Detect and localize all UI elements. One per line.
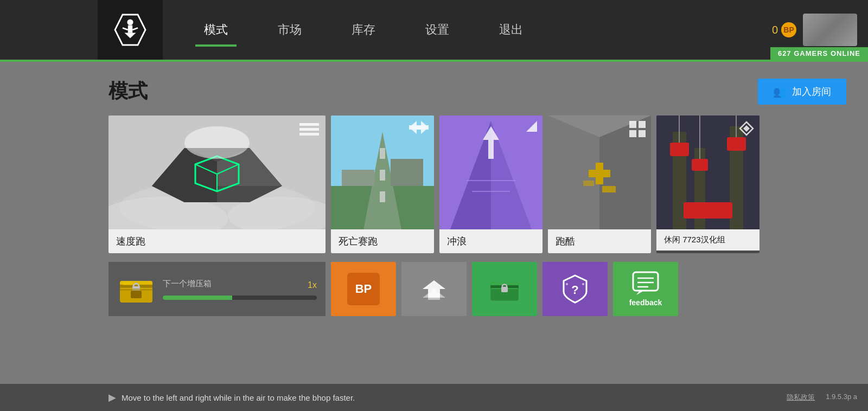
svg-text:?: ? bbox=[571, 283, 578, 297]
status-tip: Move to the left and right while in the … bbox=[122, 393, 787, 402]
case-button[interactable] bbox=[472, 262, 537, 316]
svg-rect-42 bbox=[596, 163, 603, 184]
svg-rect-44 bbox=[583, 181, 594, 186]
idle-label: 休闲 7723汉化组 bbox=[656, 229, 760, 251]
nav-menu: 模式 市场 库存 设置 退出 bbox=[195, 17, 772, 42]
nav-item-exit[interactable]: 退出 bbox=[490, 17, 532, 42]
main-content: 模式 👥 加入房间 bbox=[0, 62, 868, 411]
svg-rect-27 bbox=[380, 170, 385, 181]
join-room-label: 加入房间 bbox=[792, 85, 831, 98]
join-room-button[interactable]: 👥 加入房间 bbox=[758, 79, 846, 105]
svg-rect-56 bbox=[684, 202, 732, 219]
svg-rect-68 bbox=[131, 291, 142, 298]
svg-rect-19 bbox=[299, 128, 319, 131]
section-title: 模式 bbox=[108, 78, 148, 105]
feedback-icon bbox=[632, 271, 659, 295]
svg-marker-30 bbox=[409, 121, 429, 134]
bhop-mode-icon bbox=[629, 121, 646, 140]
privacy-policy-link[interactable]: 隐私政策 bbox=[787, 393, 815, 402]
status-bar: ▶ Move to the left and right while in th… bbox=[0, 384, 868, 411]
nav-item-settings[interactable]: 设置 bbox=[417, 17, 458, 42]
speedrun-mode-icon bbox=[298, 121, 320, 140]
coin-display: 0 BP bbox=[772, 22, 796, 37]
progress-count: 1x bbox=[308, 280, 317, 290]
svg-rect-43 bbox=[602, 186, 616, 192]
svg-rect-25 bbox=[391, 159, 423, 186]
bottom-strip: 下一个增压箱 1x BP bbox=[108, 262, 846, 316]
coin-amount: 0 bbox=[772, 24, 778, 36]
svg-rect-46 bbox=[639, 121, 646, 128]
person-icon: 👥 bbox=[773, 85, 787, 98]
nav-item-modes[interactable]: 模式 bbox=[195, 17, 237, 42]
section-header: 模式 👥 加入房间 bbox=[108, 78, 846, 105]
progress-label: 下一个增压箱 bbox=[163, 279, 212, 289]
deathrace-mode-icon bbox=[409, 121, 429, 137]
bp-progress-card: 下一个增压箱 1x bbox=[108, 262, 326, 316]
nav-logo bbox=[98, 0, 163, 60]
speedrun-image bbox=[108, 115, 326, 229]
svg-rect-54 bbox=[692, 159, 708, 171]
progress-info: 下一个增压箱 1x bbox=[163, 279, 317, 300]
svg-point-79 bbox=[582, 283, 584, 285]
mode-card-surf[interactable]: 冲浪 bbox=[439, 115, 542, 253]
speedrun-art bbox=[108, 115, 326, 229]
feedback-label: feedback bbox=[629, 298, 662, 307]
svg-marker-37 bbox=[526, 121, 537, 132]
mode-card-deathrace[interactable]: 死亡赛跑 bbox=[331, 115, 434, 253]
speedrun-label: 速度跑 bbox=[108, 229, 326, 253]
nav-item-inventory[interactable]: 库存 bbox=[343, 17, 384, 42]
svg-point-1 bbox=[127, 19, 133, 25]
deathrace-image bbox=[331, 115, 434, 229]
svg-point-78 bbox=[566, 283, 568, 285]
svg-rect-2 bbox=[128, 25, 132, 33]
svg-rect-48 bbox=[639, 130, 646, 137]
nav-item-market[interactable]: 市场 bbox=[269, 17, 310, 42]
case-icon bbox=[488, 273, 521, 305]
idle-mode-icon bbox=[739, 121, 754, 139]
svg-rect-67 bbox=[120, 288, 152, 291]
avatar[interactable] bbox=[803, 14, 857, 46]
up-button[interactable] bbox=[401, 262, 467, 316]
status-right: 隐私政策 1.9.5.3p a bbox=[787, 393, 857, 402]
version-text: 1.9.5.3p a bbox=[826, 393, 857, 402]
svg-rect-26 bbox=[380, 148, 385, 159]
progress-bar-fill bbox=[163, 296, 232, 300]
bhop-image bbox=[548, 115, 651, 229]
bp-label: BP bbox=[355, 282, 372, 296]
svg-rect-47 bbox=[629, 130, 636, 137]
surf-image bbox=[439, 115, 542, 229]
shield-question-icon: ? bbox=[560, 274, 590, 304]
svg-line-4 bbox=[123, 28, 128, 30]
mode-card-speedrun[interactable]: 速度跑 bbox=[108, 115, 326, 253]
idle-image bbox=[656, 115, 760, 229]
mode-card-bhop[interactable]: 跑酷 bbox=[548, 115, 651, 253]
mode-card-idle[interactable]: 休闲 7723汉化组 bbox=[656, 115, 760, 253]
speedrun-bg bbox=[108, 115, 326, 229]
surf-label: 冲浪 bbox=[439, 229, 542, 253]
online-badge: 627 GAMERS ONLINE bbox=[770, 47, 868, 60]
svg-rect-80 bbox=[633, 272, 658, 291]
question-button[interactable]: ? bbox=[542, 262, 608, 316]
progress-bar-bg bbox=[163, 296, 317, 300]
svg-rect-20 bbox=[299, 133, 319, 136]
tip-icon: ▶ bbox=[108, 391, 116, 403]
svg-rect-28 bbox=[380, 191, 385, 202]
svg-rect-45 bbox=[629, 121, 636, 128]
svg-line-5 bbox=[132, 28, 138, 30]
coin-icon: BP bbox=[781, 22, 796, 37]
bp-button[interactable]: BP bbox=[331, 262, 396, 316]
bp-badge: BP bbox=[347, 273, 380, 305]
svg-point-17 bbox=[184, 126, 250, 159]
top-nav: 模式 市场 库存 设置 退出 0 BP 627 GAMERS ONLINE bbox=[0, 0, 868, 60]
surf-mode-icon bbox=[521, 121, 537, 140]
feedback-button[interactable]: feedback bbox=[613, 262, 678, 316]
bhop-label: 跑酷 bbox=[548, 229, 651, 253]
deathrace-label: 死亡赛跑 bbox=[331, 229, 434, 253]
nav-right: 0 BP 627 GAMERS ONLINE bbox=[772, 14, 857, 46]
svg-rect-53 bbox=[670, 143, 689, 156]
svg-rect-18 bbox=[299, 123, 319, 126]
up-icon bbox=[420, 278, 448, 300]
chest-icon-box bbox=[117, 270, 155, 308]
svg-marker-61 bbox=[743, 125, 750, 132]
mode-cards: 速度跑 bbox=[108, 115, 846, 253]
